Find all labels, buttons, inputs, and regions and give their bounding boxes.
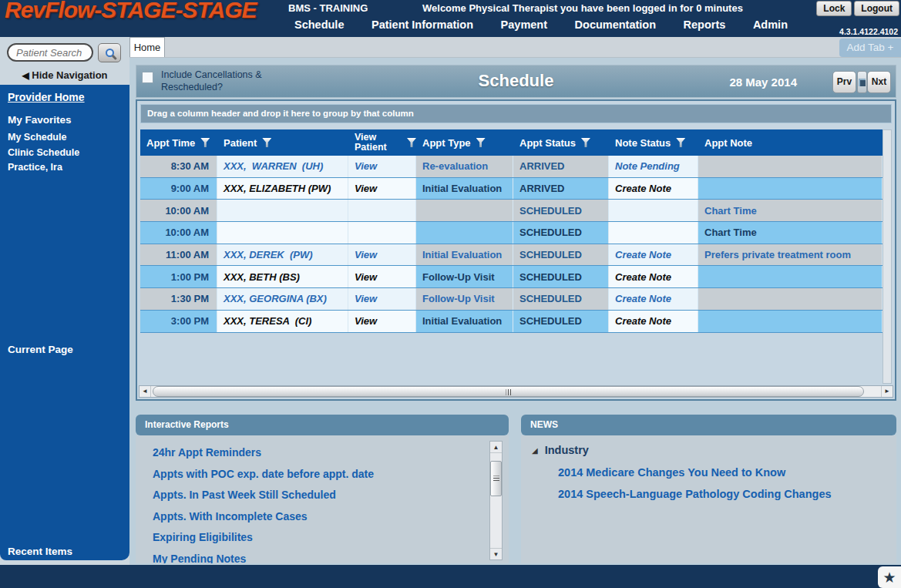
calendar-button[interactable]	[857, 71, 867, 93]
cell-appt-note	[698, 156, 883, 177]
collapse-triangle-icon[interactable]: ◢	[532, 446, 538, 455]
cell-note-status	[609, 222, 698, 244]
vertical-scroll-thumb[interactable]	[490, 461, 502, 496]
cell-appt-type: Initial Evaluation	[416, 311, 513, 332]
patient-link[interactable]: XXX, TERESA (CI)	[224, 315, 311, 327]
column-header-appt-status[interactable]: Appt Status	[513, 129, 609, 156]
patient-search-input[interactable]	[7, 43, 93, 62]
column-header-label: Patient	[224, 137, 257, 149]
scroll-right-arrow[interactable]: ►	[881, 386, 893, 397]
top-header: RevFlow-STAGE-STAGE BMS - TRAINING Welco…	[0, 0, 901, 37]
patient-link[interactable]: XXX, WARREN (UH)	[224, 160, 323, 172]
filter-icon[interactable]	[476, 138, 486, 147]
filter-icon[interactable]	[262, 138, 271, 147]
report-link-appts-in-past-week-still-scheduled[interactable]: Appts. In Past Week Still Scheduled	[153, 485, 509, 506]
column-header-label: Appt Type	[422, 137, 471, 149]
next-day-button[interactable]: Nxt	[867, 71, 891, 93]
note-status-link[interactable]: Note Pending	[615, 160, 680, 172]
horizontal-scroll-thumb[interactable]	[153, 386, 864, 397]
cell-appt-status: SCHEDULED	[513, 200, 609, 221]
hide-navigation-link[interactable]: ◀ Hide Navigation	[0, 69, 129, 81]
table-row: 10:00 AMSCHEDULEDChart Time	[140, 200, 883, 222]
favorites-star-button[interactable]: ★	[878, 566, 901, 588]
patient-link[interactable]: XXX, DEREK (PW)	[224, 249, 313, 260]
filter-icon[interactable]	[200, 138, 210, 147]
reports-scrollbar[interactable]: ▲ ▼	[489, 441, 503, 560]
revflow-app-window: RevFlow-STAGE-STAGE BMS - TRAINING Welco…	[0, 0, 901, 588]
view-patient-link[interactable]: View	[355, 293, 377, 304]
column-header-view-patient[interactable]: View Patient	[348, 129, 416, 156]
sidebar-item-my-schedule[interactable]: My Schedule	[8, 130, 129, 146]
grid-vertical-scrollbar[interactable]	[883, 129, 892, 384]
session-buttons: Lock Logout	[816, 1, 899, 16]
patient-link[interactable]: XXX, BETH (BS)	[224, 271, 300, 283]
sidebar-item-clinic-schedule[interactable]: Clinic Schedule	[8, 146, 129, 161]
view-patient-link[interactable]: View	[355, 183, 377, 194]
nav-patient-information[interactable]: Patient Information	[371, 18, 473, 31]
nav-reports[interactable]: Reports	[684, 18, 726, 31]
report-link-appts-with-incomplete-cases[interactable]: Appts. With Incomplete Cases	[153, 506, 509, 528]
report-link-my-pending-notes[interactable]: My Pending Notes	[153, 549, 509, 564]
add-tab-button[interactable]: Add Tab +	[839, 39, 901, 57]
patient-link[interactable]: XXX, GEORGINA (BX)	[224, 293, 327, 304]
cell-appt-status: SCHEDULED	[513, 311, 609, 332]
note-status-link[interactable]: Create Note	[615, 183, 671, 194]
column-header-appt-type[interactable]: Appt Type	[416, 129, 513, 156]
view-patient-link[interactable]: View	[355, 160, 377, 172]
cell-patient	[217, 222, 348, 244]
note-status-link[interactable]: Create Note	[615, 271, 671, 283]
star-icon: ★	[883, 570, 896, 585]
cell-note-status: Create Note	[609, 178, 698, 200]
filter-icon[interactable]	[581, 138, 590, 147]
note-status-link[interactable]: Create Note	[615, 315, 671, 327]
nav-schedule[interactable]: Schedule	[294, 18, 344, 31]
grid-horizontal-scrollbar[interactable]: ◄ ►	[139, 385, 893, 398]
left-arrow-icon: ◀	[22, 70, 29, 81]
table-row: 8:30 AMXXX, WARREN (UH)ViewRe-evaluation…	[140, 156, 883, 178]
view-patient-link[interactable]: View	[355, 315, 377, 327]
patient-link[interactable]: XXX, ELIZABETH (PW)	[224, 183, 331, 194]
scroll-down-arrow[interactable]: ▼	[490, 548, 502, 559]
calendar-icon	[859, 79, 866, 86]
patient-search-button[interactable]	[98, 43, 121, 62]
note-status-link[interactable]: Create Note	[615, 293, 671, 304]
nav-payment[interactable]: Payment	[501, 18, 547, 31]
column-header-patient[interactable]: Patient	[217, 129, 348, 156]
filter-icon[interactable]	[407, 138, 416, 147]
news-link-2014-medicare-changes-you-need-to-know[interactable]: 2014 Medicare Changes You Need to Know	[558, 462, 896, 484]
tab-home[interactable]: Home	[129, 37, 165, 57]
prev-day-button[interactable]: Prv	[832, 71, 856, 93]
cell-view-patient: View	[348, 178, 416, 200]
scroll-left-arrow[interactable]: ◄	[140, 386, 151, 397]
cell-appt-type: Re-evaluation	[416, 156, 513, 177]
report-link-appts-with-poc-exp-date-before-appt-date[interactable]: Appts with POC exp. date before appt. da…	[153, 464, 509, 486]
lock-button[interactable]: Lock	[816, 1, 852, 16]
note-status-link[interactable]: Create Note	[615, 249, 671, 260]
group-by-drop-zone[interactable]: Drag a column header and drop it here to…	[140, 104, 892, 123]
table-row: 1:30 PMXXX, GEORGINA (BX)ViewFollow-Up V…	[140, 288, 883, 311]
sidebar-item-practice-ira[interactable]: Practice, Ira	[8, 160, 129, 176]
view-patient-link[interactable]: View	[355, 249, 377, 260]
news-link-2014-speech-language-pathology-coding-changes[interactable]: 2014 Speech-Language Pathology Coding Ch…	[558, 484, 896, 506]
provider-home-link[interactable]: Provider Home	[8, 91, 85, 103]
cell-note-status: Create Note	[609, 311, 698, 332]
cell-note-status: Note Pending	[609, 156, 698, 177]
cell-appt-status: ARRIVED	[513, 178, 609, 200]
report-link-24hr-appt-reminders[interactable]: 24hr Appt Reminders	[153, 442, 509, 464]
filter-icon[interactable]	[676, 138, 685, 147]
nav-admin[interactable]: Admin	[753, 18, 788, 31]
column-header-appt-time[interactable]: Appt Time	[140, 129, 217, 156]
table-row: 1:00 PMXXX, BETH (BS)ViewFollow-Up Visit…	[140, 266, 883, 288]
scroll-up-arrow[interactable]: ▲	[490, 442, 502, 453]
table-row: 3:00 PMXXX, TERESA (CI)ViewInitial Evalu…	[140, 311, 883, 333]
nav-documentation[interactable]: Documentation	[575, 18, 657, 31]
scroll-grip	[506, 389, 511, 395]
column-header-note-status[interactable]: Note Status	[609, 129, 698, 156]
cell-note-status	[609, 200, 698, 221]
report-link-expiring-eligibilites[interactable]: Expiring Eligibilites	[153, 527, 509, 549]
logout-button[interactable]: Logout	[854, 1, 899, 16]
view-patient-link[interactable]: View	[355, 271, 377, 283]
table-row: 11:00 AMXXX, DEREK (PW)ViewInitial Evalu…	[140, 244, 883, 267]
column-header-appt-note[interactable]: Appt Note	[698, 129, 883, 156]
left-sidebar: ◀ Hide Navigation Provider Home My Favor…	[0, 37, 129, 565]
